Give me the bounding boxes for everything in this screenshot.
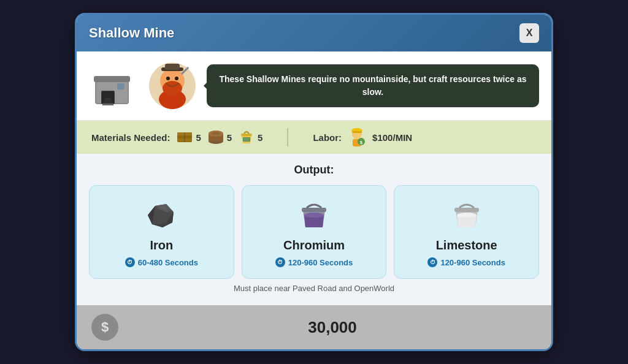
svg-point-44 — [304, 213, 324, 218]
description-text: These Shallow Mines require no mountains… — [219, 74, 526, 97]
svg-point-12 — [163, 81, 182, 96]
svg-rect-34 — [352, 131, 362, 133]
logs-icon — [207, 129, 224, 146]
modal-header: Shallow Mine X — [77, 15, 551, 51]
iron-time: ⏱ 60-480 Seconds — [125, 257, 198, 267]
labor-label: Labor: — [313, 132, 342, 143]
divider — [287, 128, 288, 146]
limestone-time: ⏱ 120-960 Seconds — [427, 257, 505, 267]
currency-symbol: $ — [101, 319, 109, 335]
svg-text:$: $ — [360, 140, 363, 145]
price-amount: 30,000 — [128, 318, 537, 337]
limestone-name: Limestone — [436, 238, 497, 252]
limestone-icon — [448, 197, 485, 233]
clock-icon-limestone: ⏱ — [427, 257, 437, 267]
materials-label: Materials Needed: — [91, 132, 170, 143]
chromium-icon — [296, 197, 332, 233]
svg-rect-43 — [302, 208, 326, 212]
logs-amount: 5 — [227, 132, 232, 143]
output-cards: Iron ⏱ 60-480 Seconds — [89, 185, 539, 279]
svg-rect-8 — [102, 91, 114, 104]
clock-icon-chromium: ⏱ — [275, 257, 285, 267]
iron-name: Iron — [150, 238, 173, 252]
materials-section: Materials Needed: 5 — [91, 129, 262, 146]
svg-rect-7 — [117, 83, 124, 89]
building-icon — [89, 61, 138, 110]
svg-rect-16 — [165, 64, 180, 70]
price-bar: $ 30,000 — [77, 305, 551, 349]
close-button[interactable]: X — [519, 23, 539, 43]
output-title: Output: — [89, 164, 539, 176]
output-section: Output: Iron — [77, 154, 551, 305]
modal-title: Shallow Mine — [89, 25, 174, 41]
material-logs: 5 — [207, 129, 232, 146]
chromium-card: Chromium ⏱ 120-960 Seconds — [242, 185, 387, 279]
planks-icon — [176, 129, 193, 146]
materials-bar: Materials Needed: 5 — [77, 121, 551, 154]
bucket-icon — [238, 129, 255, 146]
labor-cost: $100/MIN — [372, 132, 412, 143]
top-section: These Shallow Mines require no mountains… — [77, 51, 551, 121]
material-planks: 5 — [176, 129, 201, 146]
svg-rect-18 — [187, 61, 194, 67]
character-icon — [148, 61, 197, 110]
svg-rect-30 — [243, 138, 250, 141]
speech-bubble: These Shallow Mines require no mountains… — [207, 64, 539, 107]
svg-rect-28 — [241, 134, 252, 136]
dollar-circle: $ — [91, 314, 118, 341]
svg-point-14 — [175, 77, 178, 80]
svg-point-13 — [166, 77, 170, 80]
chromium-time: ⏱ 120-960 Seconds — [275, 257, 353, 267]
clock-icon-iron: ⏱ — [125, 257, 135, 267]
iron-icon — [143, 197, 180, 233]
worker-icon: $ — [348, 128, 366, 146]
limestone-card: Limestone ⏱ 120-960 Seconds — [394, 185, 539, 279]
svg-point-46 — [457, 213, 477, 218]
svg-rect-45 — [454, 208, 479, 212]
iron-card: Iron ⏱ 60-480 Seconds — [89, 185, 234, 279]
svg-rect-2 — [94, 76, 130, 82]
shallow-mine-modal: Shallow Mine X — [75, 13, 553, 351]
svg-point-27 — [212, 132, 220, 135]
bucket-amount: 5 — [258, 132, 262, 143]
labor-section: Labor: $ $100/MIN — [313, 128, 412, 146]
chromium-name: Chromium — [283, 238, 345, 252]
material-bucket: 5 — [238, 129, 262, 146]
planks-amount: 5 — [196, 132, 201, 143]
placement-note: Must place near Paved Road and OpenWorld — [89, 279, 539, 295]
